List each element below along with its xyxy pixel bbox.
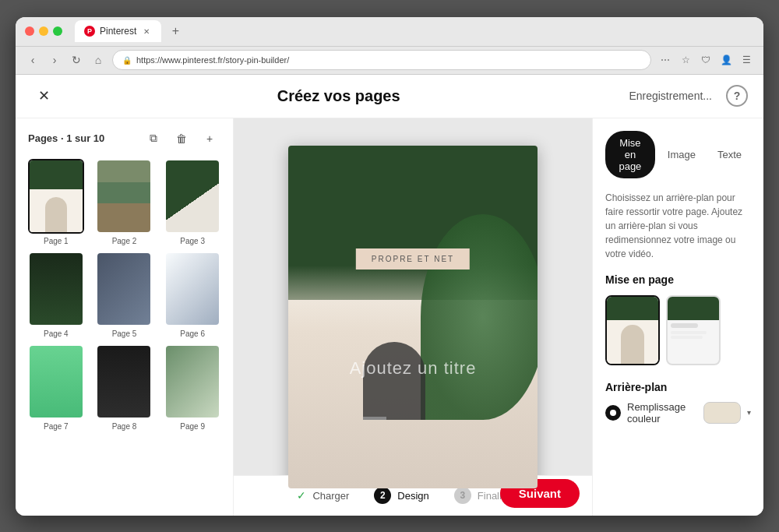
page-thumb-5[interactable]: Page 5 xyxy=(93,252,156,338)
close-traffic-light[interactable] xyxy=(25,26,34,36)
page-label-2: Page 2 xyxy=(112,237,137,245)
new-tab-button[interactable]: + xyxy=(167,23,183,39)
header-actions: Enregistrement... ? xyxy=(621,85,748,107)
browser-addressbar: ‹ › ↻ ⌂ 🔒 https://www.pinterest.fr/story… xyxy=(16,47,763,75)
backdrop-radio[interactable] xyxy=(605,405,621,421)
page-thumb-9[interactable]: Page 9 xyxy=(161,344,224,431)
pinterest-favicon: P xyxy=(84,26,95,37)
page-label-4: Page 4 xyxy=(44,329,69,338)
tab-label: Pinterest xyxy=(100,26,136,37)
canvas-wrapper[interactable]: PROPRE ET NET Ajoutez un titre xyxy=(288,146,538,488)
canvas-title-overlay[interactable]: Ajoutez un titre xyxy=(350,358,477,379)
reload-button[interactable]: ↻ xyxy=(69,52,84,68)
page-thumbnail-6[interactable] xyxy=(164,252,220,326)
layout-person-shape xyxy=(621,325,644,364)
page-thumb-4[interactable]: Page 4 xyxy=(25,252,87,338)
layout-option-2[interactable] xyxy=(666,295,721,365)
page-thumb-8[interactable]: Page 8 xyxy=(93,344,156,431)
home-button[interactable]: ⌂ xyxy=(90,52,106,68)
add-page-button[interactable]: + xyxy=(199,128,220,150)
canvas-accent-line xyxy=(363,417,386,420)
layout-option-1[interactable] xyxy=(605,295,660,365)
delete-page-button[interactable]: 🗑 xyxy=(171,128,192,150)
step-check-icon: ✓ xyxy=(297,489,306,502)
sidebar-header: Pages · 1 sur 10 ⧉ 🗑 + xyxy=(16,118,233,159)
minimize-traffic-light[interactable] xyxy=(39,26,48,36)
help-button[interactable]: ? xyxy=(726,85,748,107)
page-thumbnail-4[interactable] xyxy=(28,252,84,326)
page-label-1: Page 1 xyxy=(44,237,69,245)
sidebar: Pages · 1 sur 10 ⧉ 🗑 + Page 1 xyxy=(16,118,234,516)
panel-description: Choisissez un arrière-plan pour faire re… xyxy=(605,191,751,261)
page-label-9: Page 9 xyxy=(180,422,205,431)
chevron-down-icon: ▾ xyxy=(747,408,751,417)
pages-grid: Page 1 Page 2 Page 3 xyxy=(16,159,233,440)
maximize-traffic-light[interactable] xyxy=(53,26,62,36)
browser-tab[interactable]: P Pinterest ✕ xyxy=(75,20,161,42)
menu-icon[interactable]: ☰ xyxy=(738,52,754,68)
app-header: ✕ Créez vos pages Enregistrement... ? xyxy=(16,75,763,118)
tab-image[interactable]: Image xyxy=(658,131,705,178)
browser-titlebar: P Pinterest ✕ + xyxy=(16,17,763,47)
layout-options xyxy=(605,295,751,365)
page-label-7: Page 7 xyxy=(44,422,69,431)
main-layout: Pages · 1 sur 10 ⧉ 🗑 + Page 1 xyxy=(16,118,763,516)
page-thumbnail-8[interactable] xyxy=(96,344,152,419)
extensions-icon[interactable]: ⋯ xyxy=(657,52,673,68)
page-thumbnail-1[interactable] xyxy=(28,159,84,234)
page-thumb-2[interactable]: Page 2 xyxy=(93,159,156,245)
canvas-background: PROPRE ET NET Ajoutez un titre xyxy=(288,146,538,488)
bookmark-icon[interactable]: ☆ xyxy=(678,52,693,68)
page-label-8: Page 8 xyxy=(112,422,137,431)
page-label-5: Page 5 xyxy=(112,329,137,338)
close-button[interactable]: ✕ xyxy=(31,83,56,108)
page-label-6: Page 6 xyxy=(180,329,205,338)
tab-mise-en-page[interactable]: Mise en page xyxy=(605,131,655,178)
address-bar[interactable]: 🔒 https://www.pinterest.fr/story-pin-bui… xyxy=(112,50,651,70)
step-2-number: 2 xyxy=(374,487,391,504)
page-label-3: Page 3 xyxy=(180,237,205,245)
canvas-text-box: PROPRE ET NET xyxy=(356,248,470,270)
traffic-lights xyxy=(25,26,62,36)
address-actions: ⋯ ☆ 🛡 👤 ☰ xyxy=(657,52,754,68)
page-thumb-3[interactable]: Page 3 xyxy=(161,159,224,245)
page-thumbnail-7[interactable] xyxy=(28,344,84,419)
page-title: Créez vos pages xyxy=(56,87,621,105)
url-text: https://www.pinterest.fr/story-pin-build… xyxy=(136,55,289,65)
canvas-fern-decoration xyxy=(421,214,538,420)
page-thumbnail-2[interactable] xyxy=(96,159,152,234)
canvas-title-text[interactable]: Ajoutez un titre xyxy=(350,358,477,378)
duplicate-page-button[interactable]: ⧉ xyxy=(143,128,164,150)
sidebar-title: Pages · 1 sur 10 xyxy=(28,132,136,144)
tab-texte[interactable]: Texte xyxy=(708,131,751,178)
step-1-label: Charger xyxy=(312,490,349,502)
page-thumbnail-3[interactable] xyxy=(164,159,220,234)
app-content: ✕ Créez vos pages Enregistrement... ? Pa… xyxy=(16,75,763,516)
page-thumb-1[interactable]: Page 1 xyxy=(25,159,87,245)
layout-section-title: Mise en page xyxy=(605,273,751,286)
color-swatch[interactable] xyxy=(703,402,741,424)
radio-inner xyxy=(610,410,616,416)
tab-close-button[interactable]: ✕ xyxy=(141,26,152,37)
save-button[interactable]: Enregistrement... xyxy=(621,85,720,107)
page-thumbnail-9[interactable] xyxy=(164,344,220,419)
user-icon[interactable]: 👤 xyxy=(718,52,734,68)
backdrop-label: Remplissage couleur xyxy=(627,401,697,425)
back-button[interactable]: ‹ xyxy=(25,52,41,68)
shield-icon[interactable]: 🛡 xyxy=(698,52,714,68)
step-3-number: 3 xyxy=(454,487,471,504)
panel-tabs: Mise en page Image Texte xyxy=(605,131,751,178)
step-2[interactable]: 2 Design xyxy=(374,487,428,504)
backdrop-row: Remplissage couleur ▾ xyxy=(605,401,751,425)
canvas-area: PROPRE ET NET Ajoutez un titre xyxy=(234,118,592,516)
step-1[interactable]: ✓ Charger xyxy=(297,489,349,502)
forward-button[interactable]: › xyxy=(47,52,62,68)
backdrop-section-title: Arrière-plan xyxy=(605,381,751,393)
right-panel: Mise en page Image Texte Choisissez un a… xyxy=(592,118,763,516)
page-thumb-7[interactable]: Page 7 xyxy=(25,344,87,431)
lock-icon: 🔒 xyxy=(122,56,132,65)
page-thumb-6[interactable]: Page 6 xyxy=(161,252,224,338)
page-thumbnail-5[interactable] xyxy=(96,252,152,326)
browser-window: P Pinterest ✕ + ‹ › ↻ ⌂ 🔒 https://www.pi… xyxy=(16,17,763,516)
step-2-label: Design xyxy=(397,490,428,502)
